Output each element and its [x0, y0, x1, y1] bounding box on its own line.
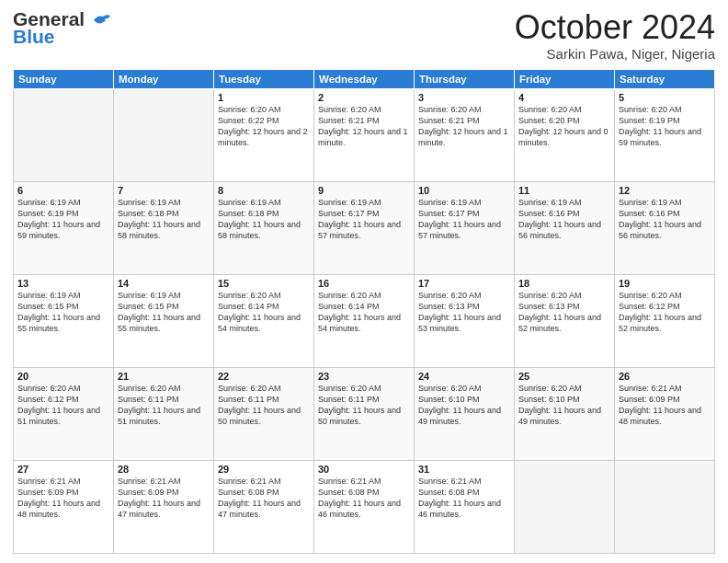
day-info: Sunrise: 6:20 AMSunset: 6:11 PMDaylight:… — [318, 383, 410, 428]
day-number: 18 — [518, 278, 610, 289]
calendar-cell: 11Sunrise: 6:19 AMSunset: 6:16 PMDayligh… — [515, 181, 615, 274]
weekday-header: Friday — [515, 69, 615, 88]
day-number: 16 — [318, 278, 410, 289]
calendar-cell: 30Sunrise: 6:21 AMSunset: 6:08 PMDayligh… — [314, 460, 415, 553]
day-info: Sunrise: 6:21 AMSunset: 6:09 PMDaylight:… — [118, 476, 210, 521]
day-info: Sunrise: 6:19 AMSunset: 6:17 PMDaylight:… — [418, 197, 510, 242]
day-number: 12 — [619, 185, 711, 196]
day-number: 24 — [418, 371, 510, 382]
day-info: Sunrise: 6:19 AMSunset: 6:16 PMDaylight:… — [518, 197, 610, 242]
calendar-table: SundayMondayTuesdayWednesdayThursdayFrid… — [13, 69, 715, 554]
day-number: 7 — [118, 185, 210, 196]
calendar-cell: 4Sunrise: 6:20 AMSunset: 6:20 PMDaylight… — [515, 88, 615, 181]
day-number: 28 — [118, 464, 210, 475]
day-info: Sunrise: 6:20 AMSunset: 6:12 PMDaylight:… — [17, 383, 109, 428]
day-number: 25 — [518, 371, 610, 382]
weekday-header: Sunday — [14, 69, 114, 88]
weekday-header: Monday — [114, 69, 214, 88]
day-number: 23 — [318, 371, 410, 382]
day-number: 8 — [218, 185, 310, 196]
calendar-cell: 24Sunrise: 6:20 AMSunset: 6:10 PMDayligh… — [415, 367, 515, 460]
calendar-week-row: 13Sunrise: 6:19 AMSunset: 6:15 PMDayligh… — [14, 274, 715, 367]
day-number: 5 — [619, 92, 711, 103]
day-info: Sunrise: 6:20 AMSunset: 6:13 PMDaylight:… — [418, 290, 510, 335]
calendar-cell — [14, 88, 114, 181]
calendar-week-row: 20Sunrise: 6:20 AMSunset: 6:12 PMDayligh… — [14, 367, 715, 460]
day-info: Sunrise: 6:21 AMSunset: 6:09 PMDaylight:… — [17, 476, 109, 521]
day-info: Sunrise: 6:19 AMSunset: 6:15 PMDaylight:… — [118, 290, 210, 335]
calendar-cell: 19Sunrise: 6:20 AMSunset: 6:12 PMDayligh… — [615, 274, 715, 367]
day-number: 30 — [318, 464, 410, 475]
calendar-cell — [615, 460, 715, 553]
calendar-cell: 12Sunrise: 6:19 AMSunset: 6:16 PMDayligh… — [615, 181, 715, 274]
calendar-cell: 2Sunrise: 6:20 AMSunset: 6:21 PMDaylight… — [314, 88, 415, 181]
calendar-cell — [114, 88, 214, 181]
day-info: Sunrise: 6:20 AMSunset: 6:10 PMDaylight:… — [418, 383, 510, 428]
day-info: Sunrise: 6:20 AMSunset: 6:21 PMDaylight:… — [418, 104, 510, 149]
bird-icon — [92, 13, 112, 28]
month-title: October 2024 — [515, 9, 715, 46]
calendar-cell: 15Sunrise: 6:20 AMSunset: 6:14 PMDayligh… — [214, 274, 314, 367]
calendar-cell: 1Sunrise: 6:20 AMSunset: 6:22 PMDaylight… — [214, 88, 314, 181]
day-number: 4 — [518, 92, 610, 103]
day-number: 3 — [418, 92, 510, 103]
logo-blue-text: Blue — [13, 27, 55, 46]
calendar-cell — [515, 460, 615, 553]
day-number: 27 — [17, 464, 109, 475]
calendar-cell: 29Sunrise: 6:21 AMSunset: 6:08 PMDayligh… — [214, 460, 314, 553]
calendar-cell: 6Sunrise: 6:19 AMSunset: 6:19 PMDaylight… — [14, 181, 114, 274]
calendar-cell: 16Sunrise: 6:20 AMSunset: 6:14 PMDayligh… — [314, 274, 415, 367]
calendar-week-row: 1Sunrise: 6:20 AMSunset: 6:22 PMDaylight… — [14, 88, 715, 181]
day-info: Sunrise: 6:21 AMSunset: 6:08 PMDaylight:… — [418, 476, 510, 521]
day-number: 19 — [619, 278, 711, 289]
day-info: Sunrise: 6:20 AMSunset: 6:11 PMDaylight:… — [218, 383, 310, 428]
day-number: 17 — [418, 278, 510, 289]
day-info: Sunrise: 6:20 AMSunset: 6:14 PMDaylight:… — [318, 290, 410, 335]
day-info: Sunrise: 6:20 AMSunset: 6:14 PMDaylight:… — [218, 290, 310, 335]
day-info: Sunrise: 6:20 AMSunset: 6:21 PMDaylight:… — [318, 104, 410, 149]
calendar-header-row: SundayMondayTuesdayWednesdayThursdayFrid… — [14, 69, 715, 88]
calendar-cell: 5Sunrise: 6:20 AMSunset: 6:19 PMDaylight… — [615, 88, 715, 181]
day-info: Sunrise: 6:20 AMSunset: 6:19 PMDaylight:… — [619, 104, 711, 149]
calendar-cell: 31Sunrise: 6:21 AMSunset: 6:08 PMDayligh… — [415, 460, 515, 553]
weekday-header: Tuesday — [214, 69, 314, 88]
weekday-header: Wednesday — [314, 69, 415, 88]
calendar-cell: 13Sunrise: 6:19 AMSunset: 6:15 PMDayligh… — [14, 274, 114, 367]
day-info: Sunrise: 6:19 AMSunset: 6:17 PMDaylight:… — [318, 197, 410, 242]
day-info: Sunrise: 6:20 AMSunset: 6:11 PMDaylight:… — [118, 383, 210, 428]
calendar-cell: 22Sunrise: 6:20 AMSunset: 6:11 PMDayligh… — [214, 367, 314, 460]
calendar-cell: 18Sunrise: 6:20 AMSunset: 6:13 PMDayligh… — [515, 274, 615, 367]
day-info: Sunrise: 6:20 AMSunset: 6:10 PMDaylight:… — [518, 383, 610, 428]
page-container: General Blue October 2024 Sarkin Pawa, N… — [0, 0, 728, 563]
calendar-cell: 25Sunrise: 6:20 AMSunset: 6:10 PMDayligh… — [515, 367, 615, 460]
location: Sarkin Pawa, Niger, Nigeria — [515, 46, 715, 62]
day-info: Sunrise: 6:21 AMSunset: 6:09 PMDaylight:… — [619, 383, 711, 428]
day-number: 15 — [218, 278, 310, 289]
calendar-cell: 10Sunrise: 6:19 AMSunset: 6:17 PMDayligh… — [415, 181, 515, 274]
day-info: Sunrise: 6:19 AMSunset: 6:15 PMDaylight:… — [17, 290, 109, 335]
calendar-cell: 7Sunrise: 6:19 AMSunset: 6:18 PMDaylight… — [114, 181, 214, 274]
day-number: 22 — [218, 371, 310, 382]
day-info: Sunrise: 6:21 AMSunset: 6:08 PMDaylight:… — [218, 476, 310, 521]
day-number: 13 — [17, 278, 109, 289]
weekday-header: Saturday — [615, 69, 715, 88]
day-info: Sunrise: 6:20 AMSunset: 6:22 PMDaylight:… — [218, 104, 310, 149]
day-number: 31 — [418, 464, 510, 475]
day-info: Sunrise: 6:19 AMSunset: 6:18 PMDaylight:… — [118, 197, 210, 242]
calendar-cell: 23Sunrise: 6:20 AMSunset: 6:11 PMDayligh… — [314, 367, 415, 460]
calendar-week-row: 6Sunrise: 6:19 AMSunset: 6:19 PMDaylight… — [14, 181, 715, 274]
calendar-week-row: 27Sunrise: 6:21 AMSunset: 6:09 PMDayligh… — [14, 460, 715, 553]
day-info: Sunrise: 6:19 AMSunset: 6:19 PMDaylight:… — [17, 197, 109, 242]
calendar-cell: 28Sunrise: 6:21 AMSunset: 6:09 PMDayligh… — [114, 460, 214, 553]
weekday-header: Thursday — [415, 69, 515, 88]
calendar-cell: 17Sunrise: 6:20 AMSunset: 6:13 PMDayligh… — [415, 274, 515, 367]
calendar-cell: 3Sunrise: 6:20 AMSunset: 6:21 PMDaylight… — [415, 88, 515, 181]
logo: General Blue — [13, 9, 112, 46]
page-header: General Blue October 2024 Sarkin Pawa, N… — [13, 9, 715, 62]
title-area: October 2024 Sarkin Pawa, Niger, Nigeria — [515, 9, 715, 62]
calendar-cell: 9Sunrise: 6:19 AMSunset: 6:17 PMDaylight… — [314, 181, 415, 274]
day-number: 20 — [17, 371, 109, 382]
calendar-cell: 20Sunrise: 6:20 AMSunset: 6:12 PMDayligh… — [14, 367, 114, 460]
calendar-cell: 27Sunrise: 6:21 AMSunset: 6:09 PMDayligh… — [14, 460, 114, 553]
day-number: 2 — [318, 92, 410, 103]
